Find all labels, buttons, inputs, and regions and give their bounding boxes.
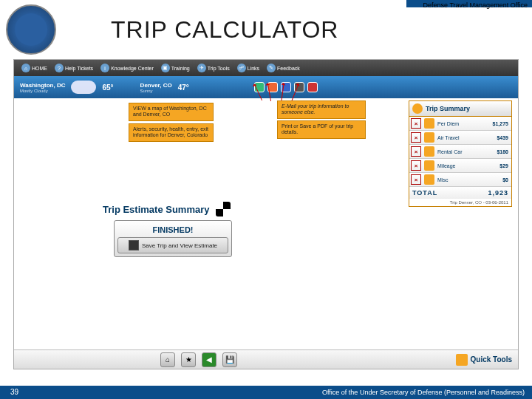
footer-text: Office of the Under Secretary of Defense… — [322, 389, 525, 396]
table-row: ×Air Travel$439 — [409, 131, 511, 145]
nav-links[interactable]: ☍Links — [234, 64, 262, 72]
new-button[interactable]: ★ — [181, 352, 196, 367]
close-icon[interactable] — [307, 82, 318, 92]
delete-row-button[interactable]: × — [411, 132, 421, 143]
checkered-flag-icon — [216, 202, 231, 216]
callout-print: Print or Save a PDF of your trip details… — [277, 120, 366, 139]
nav-home[interactable]: ⌂HOME — [18, 64, 50, 72]
plane-icon — [424, 132, 434, 143]
help-icon: ? — [55, 64, 64, 72]
nav-help[interactable]: ?Help Tickets — [52, 64, 96, 72]
delete-row-button[interactable]: × — [411, 146, 421, 157]
cloud-icon — [71, 81, 96, 94]
info-icon: i — [100, 64, 109, 72]
trip-summary-panel: Trip Summary ×Per Diem$1,275 ×Air Travel… — [409, 100, 512, 207]
nav-triptools[interactable]: ✈Trip Tools — [194, 64, 233, 72]
finished-label: FINISHED! — [117, 224, 228, 236]
nav-feedback[interactable]: ✎Feedback — [264, 64, 303, 72]
top-nav: ⌂HOME ?Help Tickets iKnowledge Center ▣T… — [14, 60, 518, 76]
perdiem-icon — [424, 118, 434, 129]
table-row: ×Mileage$29 — [409, 159, 511, 173]
delete-row-button[interactable]: × — [411, 118, 421, 129]
trip-summary-header: Trip Summary — [409, 101, 511, 117]
save-trip-button[interactable]: Save Trip and View Estimate — [117, 237, 228, 253]
finished-panel: FINISHED! Save Trip and View Estimate — [114, 220, 232, 257]
magnifier-icon — [412, 103, 423, 114]
toolbar-icons — [254, 82, 318, 92]
car-icon — [424, 146, 434, 157]
delete-row-button[interactable]: × — [411, 160, 421, 171]
table-row: ×Per Diem$1,275 — [409, 117, 511, 131]
callout-map: VIEW a map of Washington, DC and Denver,… — [129, 103, 214, 121]
dod-seal — [6, 4, 56, 55]
page-number: 39 — [10, 388, 18, 396]
disk-icon — [129, 240, 139, 250]
save-button[interactable]: 💾 — [222, 352, 237, 367]
weather-bar: Washington, DCMostly Cloudy 65° Denver, … — [14, 76, 518, 98]
callout-alerts: Alerts, security, health, entry, exit in… — [129, 123, 214, 142]
app-screenshot: ⌂HOME ?Help Tickets iKnowledge Center ▣T… — [13, 59, 519, 369]
content-area: VIEW a map of Washington, DC and Denver,… — [14, 98, 518, 369]
weather-city-1: Washington, DC — [20, 82, 65, 89]
estimate-header: Trip Estimate Summary — [103, 202, 231, 216]
mileage-icon — [424, 160, 434, 171]
table-row: ×Rental Car$180 — [409, 145, 511, 159]
back-button[interactable]: ◀ — [202, 352, 216, 367]
nav-knowledge[interactable]: iKnowledge Center — [98, 64, 157, 72]
weather-city-2: Denver, CO — [140, 82, 172, 89]
weather-temp-1: 65° — [102, 83, 113, 92]
misc-icon — [424, 174, 434, 185]
summary-note: Trip Denver, CO - 03-06-2011 — [409, 199, 511, 206]
nav-training[interactable]: ▣Training — [158, 64, 193, 72]
training-icon: ▣ — [161, 64, 170, 72]
feedback-icon: ✎ — [267, 64, 276, 72]
bottom-toolbar: ⌂ ★ ◀ 💾 Quick Tools — [14, 349, 518, 369]
home-button[interactable]: ⌂ — [160, 352, 175, 367]
home-icon: ⌂ — [21, 64, 30, 72]
slide-title: TRIP CALCULATOR — [111, 16, 338, 44]
table-row: ×Misc$0 — [409, 173, 511, 187]
summary-total: TOTAL1,923 — [409, 187, 511, 199]
links-icon: ☍ — [237, 64, 246, 72]
callout-email: E-Mail your trip information to someone … — [277, 100, 366, 119]
wrench-icon — [456, 354, 468, 366]
header-office: Defense Travel Management Office — [423, 1, 528, 9]
tools-icon: ✈ — [197, 64, 206, 72]
delete-row-button[interactable]: × — [411, 174, 421, 185]
weather-temp-2: 47° — [178, 83, 189, 92]
quick-tools[interactable]: Quick Tools — [456, 354, 513, 366]
